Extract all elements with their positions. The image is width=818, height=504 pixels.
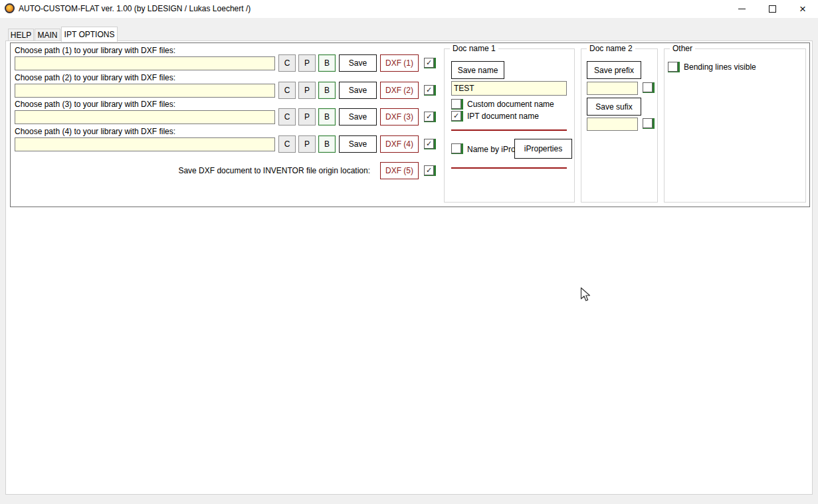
dxf-enabled-checkbox-1[interactable]: ✓ (424, 58, 436, 68)
checkmark-icon (643, 82, 653, 92)
c-button[interactable]: C (278, 108, 296, 126)
checkmark-icon: ✓ (424, 112, 434, 122)
group-title: Other (670, 44, 695, 53)
b-button[interactable]: B (318, 135, 336, 153)
custom-document-name-checkbox[interactable] (451, 99, 463, 110)
doc-name-2-group: Doc name 2 Save prefix Save sufix (581, 48, 658, 203)
dxf-enabled-checkbox-2[interactable]: ✓ (424, 85, 436, 96)
checkmark-icon: ✓ (424, 85, 434, 95)
title-bar: AUTO-CUSTOM-FLAT ver. 1.00 (by LDESIGN /… (0, 0, 818, 18)
close-button[interactable]: × (787, 0, 818, 18)
c-button[interactable]: C (278, 135, 296, 153)
minimize-button[interactable] (726, 0, 757, 18)
group-title: Doc name 2 (587, 44, 635, 53)
maximize-button[interactable] (757, 0, 787, 18)
bending-lines-visible-label[interactable]: Bending lines visible (684, 62, 756, 72)
ipt-document-name-checkbox[interactable]: ✓ (451, 111, 463, 122)
origin-location-label: Save DXF document to INVENTOR file origi… (144, 166, 370, 175)
tab-help[interactable]: HELP (8, 29, 34, 41)
name-by-iprop-checkbox[interactable] (451, 143, 463, 154)
path-label: Choose path (3) to your library with DXF… (15, 100, 175, 109)
save-path-button[interactable]: Save (339, 108, 377, 126)
p-button[interactable]: P (298, 108, 316, 126)
dxf-button-4[interactable]: DXF (4) (380, 135, 419, 153)
name-by-iprop-label[interactable]: Name by iProp (467, 145, 520, 154)
b-button[interactable]: B (318, 54, 336, 72)
window-title: AUTO-CUSTOM-FLAT ver. 1.00 (by LDESIGN /… (19, 4, 251, 13)
checkmark-icon: ✓ (424, 165, 434, 175)
dxf-button-3[interactable]: DXF (3) (380, 108, 419, 126)
checkmark-icon: ✓ (424, 139, 434, 149)
p-button[interactable]: P (298, 82, 316, 99)
c-button[interactable]: C (278, 82, 296, 99)
path-label: Choose path (4) to your library with DXF… (15, 127, 175, 136)
doc-name-1-group: Doc name 1 Save name Custom document nam… (444, 48, 575, 203)
save-prefix-button[interactable]: Save prefix (587, 61, 641, 79)
ipt-document-name-label[interactable]: IPT document name (467, 112, 539, 121)
sufix-enabled-checkbox[interactable] (643, 118, 655, 129)
minimize-icon (738, 9, 746, 9)
close-icon: × (799, 3, 806, 16)
dxf-button-2[interactable]: DXF (2) (380, 82, 419, 99)
path-input-4[interactable] (15, 137, 275, 151)
dxf-enabled-checkbox-5[interactable]: ✓ (424, 165, 436, 176)
p-button[interactable]: P (298, 135, 316, 153)
path-label: Choose path (2) to your library with DXF… (15, 73, 175, 82)
separator-line (451, 129, 567, 131)
b-button[interactable]: B (318, 108, 336, 126)
checkmark-icon: ✓ (424, 58, 434, 68)
document-name-input[interactable] (451, 81, 567, 96)
dxf-enabled-checkbox-3[interactable]: ✓ (424, 112, 436, 122)
path-input-2[interactable] (15, 84, 275, 98)
path-input-1[interactable] (15, 56, 275, 70)
separator-line (451, 167, 567, 169)
app-window: { "titlebar": { "title": "AUTO-CUSTOM-FL… (0, 0, 818, 504)
other-group: Other Bending lines visible (664, 48, 806, 203)
prefix-input[interactable] (587, 82, 638, 95)
custom-document-name-label[interactable]: Custom document name (467, 100, 554, 109)
dxf-paths-panel: Choose path (1) to your library with DXF… (10, 42, 810, 207)
maximize-icon (769, 5, 776, 13)
path-input-3[interactable] (15, 110, 275, 124)
iproperties-button[interactable]: iProperties (514, 139, 572, 159)
dxf-enabled-checkbox-4[interactable]: ✓ (424, 139, 436, 149)
save-path-button[interactable]: Save (339, 82, 377, 99)
save-name-button[interactable]: Save name (451, 61, 504, 79)
checkmark-icon (643, 118, 653, 128)
checkmark-icon (451, 99, 461, 109)
save-path-button[interactable]: Save (339, 135, 377, 153)
checkmark-icon (668, 62, 678, 72)
p-button[interactable]: P (298, 54, 316, 72)
tab-ipt-options[interactable]: IPT OPTIONS (61, 27, 118, 42)
save-path-button[interactable]: Save (339, 54, 377, 72)
path-label: Choose path (1) to your library with DXF… (15, 46, 175, 55)
app-icon (5, 3, 15, 13)
bending-lines-visible-checkbox[interactable] (668, 62, 680, 72)
sufix-input[interactable] (587, 118, 638, 131)
b-button[interactable]: B (318, 82, 336, 99)
prefix-enabled-checkbox[interactable] (643, 82, 655, 93)
checkmark-icon (451, 143, 461, 153)
ipt-options-page: Choose path (1) to your library with DXF… (5, 41, 813, 495)
c-button[interactable]: C (278, 54, 296, 72)
dxf-button-1[interactable]: DXF (1) (380, 54, 419, 72)
group-title: Doc name 1 (450, 44, 498, 53)
save-sufix-button[interactable]: Save sufix (587, 98, 641, 116)
tab-main[interactable]: MAIN (35, 29, 60, 41)
checkmark-icon: ✓ (451, 111, 461, 121)
dxf-button-5[interactable]: DXF (5) (380, 162, 419, 179)
